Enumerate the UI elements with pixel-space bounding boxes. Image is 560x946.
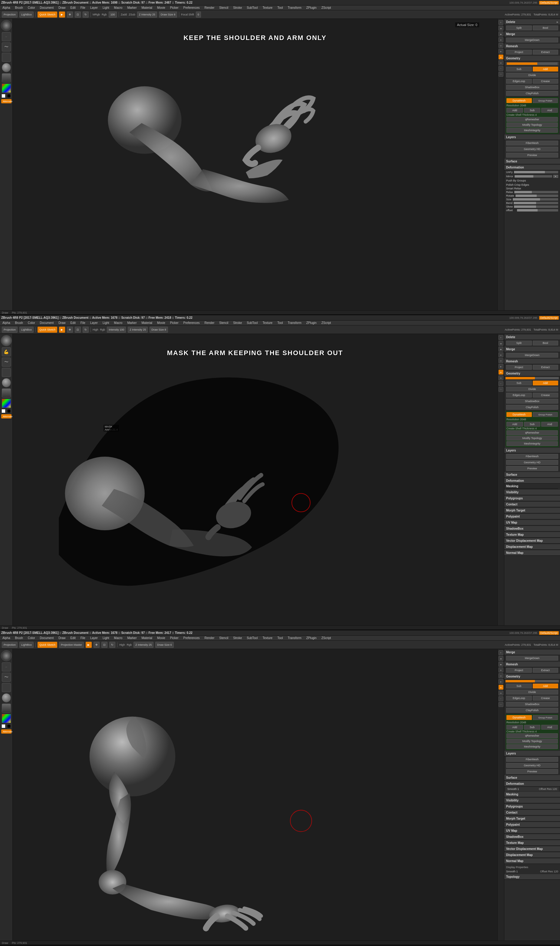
polygroups-header-3[interactable]: Polygroups: [504, 804, 560, 809]
modify-topo-btn-2[interactable]: Modify Topology: [506, 436, 558, 441]
menu-alpha-2[interactable]: Alpha: [1, 321, 11, 324]
menu-zplugin-1[interactable]: ZPlugin: [305, 6, 318, 9]
geometry-header-2[interactable]: Geometry: [504, 371, 560, 377]
proj-master-btn-3[interactable]: Projection Master: [59, 642, 84, 648]
tool-curve-3[interactable]: 〜: [2, 673, 11, 682]
tool-sphere-2[interactable]: [2, 378, 11, 387]
meshintegrity-btn-1[interactable]: MeshIntegrity: [506, 128, 558, 133]
polypaint-header-3[interactable]: Polypaint: [504, 822, 560, 827]
modify-topo-btn-1[interactable]: Modify Topology: [506, 122, 558, 127]
menu-brush-3[interactable]: Brush: [14, 636, 24, 640]
sub-btn-3[interactable]: Sub: [506, 684, 532, 688]
and-dm-btn-3[interactable]: And: [541, 725, 558, 730]
surface-header-2[interactable]: Surface: [504, 472, 560, 478]
bool-btn-2[interactable]: Bool: [533, 341, 558, 346]
r-icon-5[interactable]: ⊡: [498, 43, 503, 48]
r-icon-29[interactable]: ○: [498, 696, 503, 701]
zint-btn-3[interactable]: Z Intensity 25: [134, 642, 154, 648]
contact-header-3[interactable]: Contact: [504, 810, 560, 815]
move-btn-2[interactable]: ✥: [67, 327, 73, 333]
scale-btn-2[interactable]: ⊡: [75, 327, 81, 333]
claypolish-btn-2[interactable]: ClayPolish: [506, 405, 558, 410]
preview-btn-1[interactable]: Preview: [506, 153, 558, 157]
color-gradient-3[interactable]: [2, 714, 11, 723]
rotate-slider-1[interactable]: [515, 194, 558, 197]
r-icon-26[interactable]: ◈: [498, 679, 503, 684]
tool-flat-3[interactable]: [2, 704, 11, 713]
scale-btn-1[interactable]: ⊡: [75, 11, 81, 18]
offset-slider-1[interactable]: [517, 209, 558, 211]
tool-dots-3[interactable]: ···: [2, 662, 11, 671]
shadowbox-btn-1[interactable]: ShadowBox: [506, 85, 558, 90]
menu-macro-1[interactable]: Macro: [113, 6, 124, 9]
menu-movie-3[interactable]: Movie: [156, 636, 166, 640]
menu-draw-2[interactable]: Draw: [57, 321, 66, 324]
menu-color-3[interactable]: Color: [27, 636, 36, 640]
delete-header-1[interactable]: Delete ▸: [504, 19, 560, 25]
claypolish-btn-1[interactable]: ClayPolish: [506, 91, 558, 96]
menu-stencil-1[interactable]: Stencil: [218, 6, 229, 9]
menu-file-1[interactable]: File: [79, 6, 86, 9]
and-dm-btn-2[interactable]: And: [541, 422, 558, 427]
menu-alpha-3[interactable]: Alpha: [1, 636, 11, 640]
rotate-btn-2[interactable]: ↻: [83, 327, 89, 333]
grouppolish-btn-3[interactable]: Group Polish: [533, 715, 558, 720]
fg-color-1[interactable]: [2, 94, 5, 98]
r-icon-2[interactable]: ▤: [498, 26, 503, 31]
r-icon-25[interactable]: ⊡: [498, 673, 503, 678]
menu-brush-1[interactable]: Brush: [14, 6, 24, 9]
geohd-btn-1[interactable]: Geometry HD: [506, 147, 558, 151]
menu-edit-3[interactable]: Edit: [69, 636, 77, 640]
menu-prefs-2[interactable]: Preferences: [182, 321, 201, 324]
lightbox-btn-1[interactable]: LightBox: [19, 11, 34, 18]
texturemap-header-3[interactable]: Texture Map: [504, 840, 560, 846]
canvas-1[interactable]: Actual Size: 0 KEEP THE SHOULDER AND ARM…: [13, 19, 497, 310]
normalmap-header-3[interactable]: Normal Map: [504, 858, 560, 864]
menu-edit-1[interactable]: Edit: [69, 6, 77, 9]
masking-sub-2[interactable]: Masking: [506, 484, 558, 489]
quicksketch-btn-3[interactable]: Quick Sketch: [37, 642, 57, 648]
menu-zplugin-2[interactable]: ZPlugin: [305, 321, 318, 324]
menu-subtool-1[interactable]: SubTool: [246, 6, 259, 9]
projection-btn-2[interactable]: Projection: [2, 327, 18, 333]
crease-btn-3[interactable]: Crease: [533, 696, 558, 701]
rgb-value-btn-2[interactable]: Intensity 100: [107, 327, 126, 333]
contact-header-2[interactable]: Contact: [504, 502, 560, 507]
rotate-btn-3[interactable]: ↻: [109, 642, 115, 648]
geohd-btn-2[interactable]: Geometry HD: [506, 460, 558, 465]
menu-color-1[interactable]: Color: [27, 6, 36, 9]
projection-btn-3[interactable]: Projection: [2, 642, 18, 648]
menu-light-1[interactable]: Light: [102, 6, 111, 9]
edgeloop-btn-2[interactable]: EdgeLoop: [506, 393, 532, 398]
mirror-toggle-1[interactable]: ▸: [553, 175, 558, 178]
menu-render-3[interactable]: Render: [203, 636, 216, 640]
tool-sphere-3[interactable]: [2, 693, 11, 702]
geometry-header-1[interactable]: Geometry: [504, 56, 560, 61]
scale-btn-3[interactable]: ⊡: [102, 642, 108, 648]
r-icon-24[interactable]: ⊕: [498, 668, 503, 672]
add-dm-btn-3[interactable]: Add: [506, 725, 523, 730]
r-icon-9[interactable]: ○: [498, 66, 503, 71]
geohd-btn-3[interactable]: Geometry HD: [506, 763, 558, 768]
tool-sq-3[interactable]: [2, 683, 11, 692]
delete-header-2[interactable]: Delete: [504, 335, 560, 340]
menu-transform-2[interactable]: Transform: [287, 321, 303, 324]
fg-color-2[interactable]: [2, 409, 5, 413]
mergedown-btn-1[interactable]: MergeDown: [506, 37, 558, 42]
add-btn-1[interactable]: Add: [533, 67, 558, 71]
menu-draw-1[interactable]: Draw: [57, 6, 66, 9]
surface-header-3[interactable]: Surface: [504, 775, 560, 781]
size-slider-1[interactable]: [513, 198, 558, 201]
r-icon-23[interactable]: ◉: [498, 662, 503, 667]
project-btn-2[interactable]: Project: [506, 365, 532, 370]
menu-texture-2[interactable]: Texture: [261, 321, 274, 324]
menu-subtool-2[interactable]: SubTool: [246, 321, 259, 324]
r-icon-18[interactable]: ⊟: [498, 375, 503, 380]
alternate-btn-2[interactable]: Alternate: [1, 414, 11, 418]
dynamesh-btn-3[interactable]: DynaMesh: [506, 715, 532, 720]
uvmap-header-3[interactable]: UV Map: [504, 828, 560, 833]
menu-marker-2[interactable]: Marker: [126, 321, 138, 324]
menu-stroke-1[interactable]: Stroke: [232, 6, 243, 9]
tool-sphere-1[interactable]: [2, 63, 11, 72]
sub-btn-1[interactable]: Sub: [506, 67, 532, 71]
